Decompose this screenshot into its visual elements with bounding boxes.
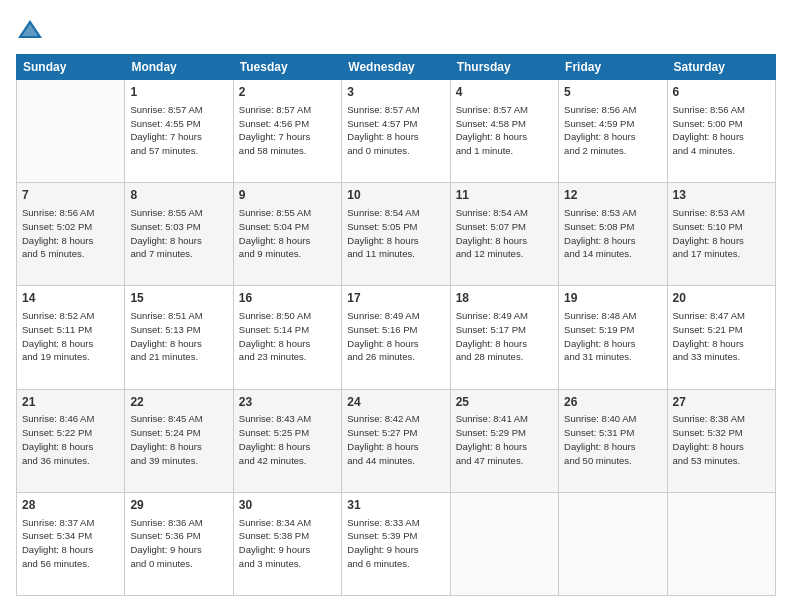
page: SundayMondayTuesdayWednesdayThursdayFrid… xyxy=(0,0,792,612)
calendar-cell: 27Sunrise: 8:38 AM Sunset: 5:32 PM Dayli… xyxy=(667,389,775,492)
calendar-cell: 17Sunrise: 8:49 AM Sunset: 5:16 PM Dayli… xyxy=(342,286,450,389)
calendar-cell xyxy=(450,492,558,595)
day-number: 18 xyxy=(456,290,553,307)
day-info: Sunrise: 8:56 AM Sunset: 4:59 PM Dayligh… xyxy=(564,103,661,158)
day-info: Sunrise: 8:55 AM Sunset: 5:03 PM Dayligh… xyxy=(130,206,227,261)
calendar-cell xyxy=(667,492,775,595)
day-number: 10 xyxy=(347,187,444,204)
day-info: Sunrise: 8:56 AM Sunset: 5:02 PM Dayligh… xyxy=(22,206,119,261)
calendar-cell: 8Sunrise: 8:55 AM Sunset: 5:03 PM Daylig… xyxy=(125,183,233,286)
day-number: 21 xyxy=(22,394,119,411)
day-number: 17 xyxy=(347,290,444,307)
day-number: 9 xyxy=(239,187,336,204)
day-number: 5 xyxy=(564,84,661,101)
day-number: 19 xyxy=(564,290,661,307)
calendar-cell: 12Sunrise: 8:53 AM Sunset: 5:08 PM Dayli… xyxy=(559,183,667,286)
calendar-cell: 31Sunrise: 8:33 AM Sunset: 5:39 PM Dayli… xyxy=(342,492,450,595)
week-row-4: 28Sunrise: 8:37 AM Sunset: 5:34 PM Dayli… xyxy=(17,492,776,595)
day-number: 22 xyxy=(130,394,227,411)
day-number: 30 xyxy=(239,497,336,514)
day-number: 12 xyxy=(564,187,661,204)
day-number: 20 xyxy=(673,290,770,307)
day-number: 13 xyxy=(673,187,770,204)
calendar-cell: 4Sunrise: 8:57 AM Sunset: 4:58 PM Daylig… xyxy=(450,80,558,183)
day-number: 27 xyxy=(673,394,770,411)
weekday-header-thursday: Thursday xyxy=(450,55,558,80)
weekday-header-sunday: Sunday xyxy=(17,55,125,80)
calendar-cell: 26Sunrise: 8:40 AM Sunset: 5:31 PM Dayli… xyxy=(559,389,667,492)
day-info: Sunrise: 8:38 AM Sunset: 5:32 PM Dayligh… xyxy=(673,412,770,467)
calendar-cell: 13Sunrise: 8:53 AM Sunset: 5:10 PM Dayli… xyxy=(667,183,775,286)
day-number: 14 xyxy=(22,290,119,307)
day-info: Sunrise: 8:56 AM Sunset: 5:00 PM Dayligh… xyxy=(673,103,770,158)
header xyxy=(16,16,776,44)
calendar-cell: 18Sunrise: 8:49 AM Sunset: 5:17 PM Dayli… xyxy=(450,286,558,389)
day-info: Sunrise: 8:52 AM Sunset: 5:11 PM Dayligh… xyxy=(22,309,119,364)
calendar-cell: 24Sunrise: 8:42 AM Sunset: 5:27 PM Dayli… xyxy=(342,389,450,492)
weekday-header-row: SundayMondayTuesdayWednesdayThursdayFrid… xyxy=(17,55,776,80)
day-number: 7 xyxy=(22,187,119,204)
day-info: Sunrise: 8:50 AM Sunset: 5:14 PM Dayligh… xyxy=(239,309,336,364)
calendar-cell: 11Sunrise: 8:54 AM Sunset: 5:07 PM Dayli… xyxy=(450,183,558,286)
weekday-header-wednesday: Wednesday xyxy=(342,55,450,80)
calendar-cell: 20Sunrise: 8:47 AM Sunset: 5:21 PM Dayli… xyxy=(667,286,775,389)
weekday-header-monday: Monday xyxy=(125,55,233,80)
weekday-header-saturday: Saturday xyxy=(667,55,775,80)
calendar-cell: 28Sunrise: 8:37 AM Sunset: 5:34 PM Dayli… xyxy=(17,492,125,595)
calendar-cell: 16Sunrise: 8:50 AM Sunset: 5:14 PM Dayli… xyxy=(233,286,341,389)
day-info: Sunrise: 8:51 AM Sunset: 5:13 PM Dayligh… xyxy=(130,309,227,364)
calendar-cell: 6Sunrise: 8:56 AM Sunset: 5:00 PM Daylig… xyxy=(667,80,775,183)
day-info: Sunrise: 8:49 AM Sunset: 5:17 PM Dayligh… xyxy=(456,309,553,364)
day-number: 1 xyxy=(130,84,227,101)
day-info: Sunrise: 8:57 AM Sunset: 4:56 PM Dayligh… xyxy=(239,103,336,158)
day-info: Sunrise: 8:46 AM Sunset: 5:22 PM Dayligh… xyxy=(22,412,119,467)
day-number: 15 xyxy=(130,290,227,307)
day-info: Sunrise: 8:57 AM Sunset: 4:55 PM Dayligh… xyxy=(130,103,227,158)
calendar-cell: 2Sunrise: 8:57 AM Sunset: 4:56 PM Daylig… xyxy=(233,80,341,183)
day-info: Sunrise: 8:45 AM Sunset: 5:24 PM Dayligh… xyxy=(130,412,227,467)
day-number: 29 xyxy=(130,497,227,514)
day-number: 23 xyxy=(239,394,336,411)
calendar-cell: 29Sunrise: 8:36 AM Sunset: 5:36 PM Dayli… xyxy=(125,492,233,595)
calendar-cell: 3Sunrise: 8:57 AM Sunset: 4:57 PM Daylig… xyxy=(342,80,450,183)
day-info: Sunrise: 8:57 AM Sunset: 4:57 PM Dayligh… xyxy=(347,103,444,158)
calendar-cell: 14Sunrise: 8:52 AM Sunset: 5:11 PM Dayli… xyxy=(17,286,125,389)
weekday-header-tuesday: Tuesday xyxy=(233,55,341,80)
day-info: Sunrise: 8:43 AM Sunset: 5:25 PM Dayligh… xyxy=(239,412,336,467)
calendar-cell xyxy=(17,80,125,183)
day-number: 26 xyxy=(564,394,661,411)
logo-icon xyxy=(16,16,44,44)
calendar-cell: 15Sunrise: 8:51 AM Sunset: 5:13 PM Dayli… xyxy=(125,286,233,389)
day-info: Sunrise: 8:47 AM Sunset: 5:21 PM Dayligh… xyxy=(673,309,770,364)
day-number: 3 xyxy=(347,84,444,101)
day-number: 31 xyxy=(347,497,444,514)
calendar-cell: 5Sunrise: 8:56 AM Sunset: 4:59 PM Daylig… xyxy=(559,80,667,183)
calendar-cell: 30Sunrise: 8:34 AM Sunset: 5:38 PM Dayli… xyxy=(233,492,341,595)
day-info: Sunrise: 8:54 AM Sunset: 5:07 PM Dayligh… xyxy=(456,206,553,261)
weekday-header-friday: Friday xyxy=(559,55,667,80)
day-info: Sunrise: 8:48 AM Sunset: 5:19 PM Dayligh… xyxy=(564,309,661,364)
day-info: Sunrise: 8:54 AM Sunset: 5:05 PM Dayligh… xyxy=(347,206,444,261)
calendar-cell xyxy=(559,492,667,595)
calendar-cell: 23Sunrise: 8:43 AM Sunset: 5:25 PM Dayli… xyxy=(233,389,341,492)
day-info: Sunrise: 8:41 AM Sunset: 5:29 PM Dayligh… xyxy=(456,412,553,467)
calendar-table: SundayMondayTuesdayWednesdayThursdayFrid… xyxy=(16,54,776,596)
day-info: Sunrise: 8:53 AM Sunset: 5:08 PM Dayligh… xyxy=(564,206,661,261)
calendar-cell: 19Sunrise: 8:48 AM Sunset: 5:19 PM Dayli… xyxy=(559,286,667,389)
calendar-cell: 10Sunrise: 8:54 AM Sunset: 5:05 PM Dayli… xyxy=(342,183,450,286)
day-number: 28 xyxy=(22,497,119,514)
day-number: 16 xyxy=(239,290,336,307)
day-info: Sunrise: 8:55 AM Sunset: 5:04 PM Dayligh… xyxy=(239,206,336,261)
day-number: 2 xyxy=(239,84,336,101)
day-number: 8 xyxy=(130,187,227,204)
day-info: Sunrise: 8:57 AM Sunset: 4:58 PM Dayligh… xyxy=(456,103,553,158)
day-info: Sunrise: 8:53 AM Sunset: 5:10 PM Dayligh… xyxy=(673,206,770,261)
day-number: 4 xyxy=(456,84,553,101)
week-row-1: 7Sunrise: 8:56 AM Sunset: 5:02 PM Daylig… xyxy=(17,183,776,286)
logo xyxy=(16,16,48,44)
day-info: Sunrise: 8:49 AM Sunset: 5:16 PM Dayligh… xyxy=(347,309,444,364)
calendar-cell: 22Sunrise: 8:45 AM Sunset: 5:24 PM Dayli… xyxy=(125,389,233,492)
day-number: 24 xyxy=(347,394,444,411)
calendar-cell: 25Sunrise: 8:41 AM Sunset: 5:29 PM Dayli… xyxy=(450,389,558,492)
day-number: 25 xyxy=(456,394,553,411)
